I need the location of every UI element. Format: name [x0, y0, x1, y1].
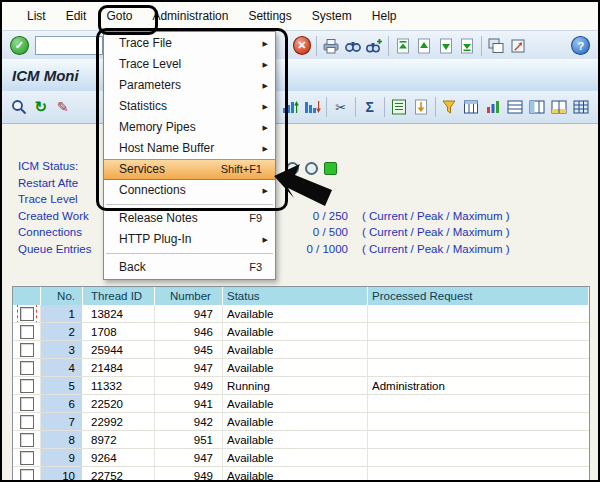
cancel-icon[interactable]: ✕: [293, 36, 312, 55]
row-number-cell[interactable]: 7: [41, 413, 83, 430]
table-row[interactable]: 2 1708 946 Available: [13, 323, 589, 341]
menu-item-services[interactable]: Services Shift+F1: [104, 159, 275, 180]
table-row[interactable]: 6 22520 941 Available: [13, 395, 589, 413]
thread-id-cell: 21484: [83, 359, 155, 376]
chart-icon[interactable]: [483, 97, 503, 117]
submenu-arrow-icon: ▶: [263, 117, 268, 138]
first-page-icon[interactable]: [393, 36, 413, 56]
command-field[interactable]: [35, 36, 103, 55]
zoom-icon[interactable]: [9, 97, 29, 117]
menu-item-connections[interactable]: Connections ▶: [104, 180, 275, 201]
layout-select-icon[interactable]: [461, 97, 481, 117]
submenu-arrow-icon: ▶: [263, 180, 268, 201]
screen-title: ICM Moni: [12, 67, 79, 84]
table-row[interactable]: 1 13824 947 Available: [13, 305, 589, 323]
menu-administration[interactable]: Administration: [143, 6, 237, 26]
standard-toolbar: ✓ ✕ ?: [2, 30, 598, 61]
row-number-cell[interactable]: 9: [41, 449, 83, 466]
table-row[interactable]: 4 21484 947 Available: [13, 359, 589, 377]
print-icon[interactable]: [321, 36, 341, 56]
menu-help[interactable]: Help: [363, 6, 406, 26]
number-cell: 947: [155, 305, 223, 322]
checkbox-cell: [13, 449, 41, 466]
status-note: ( Current / Peak / Maximum ): [362, 208, 510, 225]
menu-edit[interactable]: Edit: [57, 6, 96, 26]
status-value: 0 / 500: [270, 224, 348, 241]
row-number-cell[interactable]: 4: [41, 359, 83, 376]
row-checkbox[interactable]: [20, 307, 34, 321]
menu-item-statistics[interactable]: Statistics ▶: [104, 96, 275, 117]
table-row[interactable]: 8 8972 951 Available: [13, 431, 589, 449]
menu-settings[interactable]: Settings: [239, 6, 300, 26]
row-number-cell[interactable]: 10: [41, 467, 83, 482]
table-row[interactable]: 7 22992 942 Available: [13, 413, 589, 431]
status-note: ( Current / Peak / Maximum ): [362, 224, 510, 241]
menu-item-back[interactable]: Back F3: [104, 257, 275, 278]
row-number-cell[interactable]: 6: [41, 395, 83, 412]
find-next-icon[interactable]: [364, 36, 384, 56]
menu-item-trace-file[interactable]: Trace File ▶: [104, 33, 275, 54]
status-label: Created Work: [18, 208, 104, 225]
create-shortcut-icon[interactable]: [508, 36, 528, 56]
table-row[interactable]: 5 11332 949 Running Administration: [13, 377, 589, 395]
menu-goto[interactable]: Goto: [97, 6, 141, 26]
last-page-icon[interactable]: [458, 36, 478, 56]
row-number-cell[interactable]: 8: [41, 431, 83, 448]
thread-id-cell: 25944: [83, 341, 155, 358]
total-row-icon[interactable]: [549, 97, 569, 117]
thread-table: No. Thread ID Number Status Processed Re…: [12, 286, 590, 482]
menu-item-memory-pipes[interactable]: Memory Pipes ▶: [104, 117, 275, 138]
sort-ascending-icon[interactable]: [280, 97, 300, 117]
enter-icon[interactable]: ✓: [10, 36, 29, 55]
sum-icon[interactable]: Σ: [360, 97, 380, 117]
row-checkbox[interactable]: [20, 397, 34, 411]
table-row[interactable]: 10 22752 949 Available: [13, 467, 589, 482]
export-spreadsheet-icon[interactable]: [389, 97, 409, 117]
row-checkbox[interactable]: [20, 469, 34, 482]
full-table-icon[interactable]: [571, 97, 591, 117]
row-checkbox[interactable]: [20, 379, 34, 393]
cut-icon[interactable]: ✂: [331, 97, 351, 117]
row-checkbox[interactable]: [20, 451, 34, 465]
help-icon[interactable]: ?: [571, 36, 590, 55]
menu-item-parameters[interactable]: Parameters ▶: [104, 75, 275, 96]
status-value: 0 / 1000: [270, 241, 348, 258]
filter-icon[interactable]: [440, 97, 460, 117]
checkbox-cell: [13, 467, 41, 482]
row-checkbox[interactable]: [20, 325, 34, 339]
row-number-cell[interactable]: 1: [41, 305, 83, 322]
status-label: Restart Afte: [18, 175, 104, 192]
new-session-icon[interactable]: [486, 36, 506, 56]
status-cell: Available: [223, 395, 368, 412]
menu-system[interactable]: System: [303, 6, 361, 26]
row-checkbox[interactable]: [20, 361, 34, 375]
local-file-icon[interactable]: [411, 97, 431, 117]
find-icon[interactable]: [343, 36, 363, 56]
row-number-cell[interactable]: 5: [41, 377, 83, 394]
refresh-icon[interactable]: ↻: [31, 97, 51, 117]
row-number-cell[interactable]: 3: [41, 341, 83, 358]
table-row[interactable]: 3 25944 945 Available: [13, 341, 589, 359]
row-checkbox[interactable]: [20, 433, 34, 447]
detail-view-icon[interactable]: [505, 97, 525, 117]
table-header-row: No. Thread ID Number Status Processed Re…: [13, 287, 589, 305]
checkbox-cell: [13, 377, 41, 394]
goto-dropdown-menu: Trace File ▶ Trace Level ▶ Parameters ▶ …: [103, 31, 276, 280]
sort-descending-icon[interactable]: [302, 97, 322, 117]
trace-edit-icon[interactable]: ✎: [53, 97, 73, 117]
menu-list[interactable]: List: [18, 6, 55, 26]
menu-item-http-plug-in[interactable]: HTTP Plug-In ▶: [104, 229, 275, 250]
row-checkbox[interactable]: [20, 343, 34, 357]
menu-item-trace-level[interactable]: Trace Level ▶: [104, 54, 275, 75]
menu-item-release-notes[interactable]: Release Notes F9: [104, 208, 275, 229]
row-number-cell[interactable]: 2: [41, 323, 83, 340]
table-row[interactable]: 9 9264 947 Available: [13, 449, 589, 467]
menu-item-host-name-buffer[interactable]: Host Name Buffer ▶: [104, 138, 275, 159]
column-layout-icon[interactable]: [527, 97, 547, 117]
page-up-icon[interactable]: [414, 36, 434, 56]
row-checkbox[interactable]: [20, 415, 34, 429]
header-no: No.: [41, 287, 83, 305]
number-cell: 947: [155, 359, 223, 376]
status-cell: Available: [223, 305, 368, 322]
page-down-icon[interactable]: [436, 36, 456, 56]
